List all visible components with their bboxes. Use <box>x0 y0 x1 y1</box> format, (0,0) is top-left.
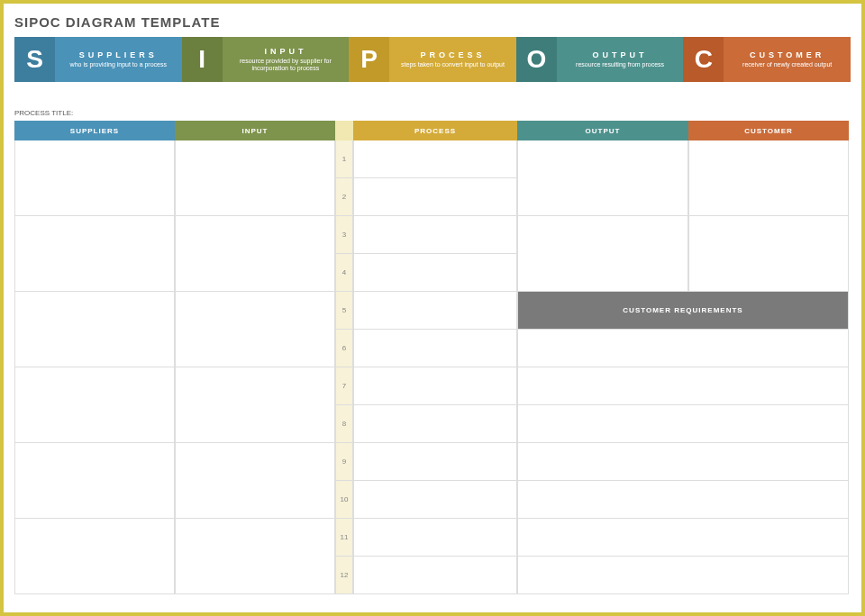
label-process: PROCESS steps taken to convert input to … <box>389 37 516 82</box>
requirements-cell[interactable] <box>517 367 849 405</box>
row-number: 11 <box>335 519 353 557</box>
suppliers-cell[interactable] <box>14 519 175 557</box>
suppliers-cell[interactable] <box>14 405 175 443</box>
process-cell[interactable] <box>353 481 517 519</box>
requirements-cell[interactable] <box>517 405 849 443</box>
process-title-label: PROCESS TITLE: <box>14 109 851 117</box>
customer-cell[interactable] <box>688 216 849 254</box>
process-cell[interactable] <box>353 178 517 216</box>
process-cell[interactable] <box>353 443 517 481</box>
label-input: INPUT resource provided by supplier for … <box>223 37 350 82</box>
requirements-cell[interactable] <box>517 481 849 519</box>
table-row: 10 <box>14 481 851 519</box>
input-cell[interactable] <box>175 292 335 330</box>
input-cell[interactable] <box>175 254 335 292</box>
suppliers-cell[interactable] <box>14 330 175 367</box>
suppliers-cell[interactable] <box>14 481 175 519</box>
input-cell[interactable] <box>175 443 335 481</box>
output-cell[interactable] <box>517 216 688 254</box>
header-input: I INPUT resource provided by supplier fo… <box>182 37 350 82</box>
input-cell[interactable] <box>175 405 335 443</box>
process-cell[interactable] <box>353 557 517 594</box>
header-customer: C CUSTOMER receiver of newly created out… <box>683 37 851 82</box>
customer-cell[interactable] <box>688 178 849 216</box>
process-cell[interactable] <box>353 292 517 330</box>
col-header-num <box>335 121 353 140</box>
table-row: 11 <box>14 519 851 557</box>
input-cell[interactable] <box>175 481 335 519</box>
row-number: 2 <box>335 178 353 216</box>
col-header-suppliers: SUPPLIERS <box>14 121 175 140</box>
header-process: P PROCESS steps taken to convert input t… <box>349 37 516 82</box>
row-number: 6 <box>335 330 353 367</box>
process-cell[interactable] <box>353 330 517 367</box>
table-row: 1 <box>14 140 851 178</box>
process-cell[interactable] <box>353 519 517 557</box>
requirements-cell[interactable] <box>517 557 849 594</box>
suppliers-title: SUPPLIERS <box>79 50 158 59</box>
table-row: 9 <box>14 443 851 481</box>
table-row: 4 <box>14 254 851 292</box>
requirements-cell[interactable] <box>517 330 849 367</box>
row-number: 4 <box>335 254 353 292</box>
input-cell[interactable] <box>175 216 335 254</box>
row-number: 3 <box>335 216 353 254</box>
output-cell[interactable] <box>517 178 688 216</box>
letter-o: O <box>516 37 557 82</box>
sipoc-header-row: S SUPPLIERS who is providing input to a … <box>14 37 851 82</box>
customer-requirements-header: CUSTOMER REQUIREMENTS <box>517 292 849 330</box>
requirements-cell[interactable] <box>517 443 849 481</box>
input-cell[interactable] <box>175 330 335 367</box>
header-output: O OUTPUT resource resulting from process <box>516 37 684 82</box>
input-cell[interactable] <box>175 140 335 178</box>
label-output: OUTPUT resource resulting from process <box>557 37 684 82</box>
col-header-output: OUTPUT <box>517 121 688 140</box>
suppliers-cell[interactable] <box>14 254 175 292</box>
process-cell[interactable] <box>353 216 517 254</box>
table-row: 8 <box>14 405 851 443</box>
suppliers-cell[interactable] <box>14 443 175 481</box>
table-row: 2 <box>14 178 851 216</box>
customer-title: CUSTOMER <box>750 50 824 59</box>
input-cell[interactable] <box>175 367 335 405</box>
column-headers: SUPPLIERS INPUT PROCESS OUTPUT CUSTOMER <box>14 121 851 140</box>
output-cell[interactable] <box>517 140 688 178</box>
customer-cell[interactable] <box>688 254 849 292</box>
customer-desc: receiver of newly created output <box>742 61 832 68</box>
output-title: OUTPUT <box>593 50 648 59</box>
process-cell[interactable] <box>353 254 517 292</box>
input-cell[interactable] <box>175 519 335 557</box>
input-cell[interactable] <box>175 557 335 594</box>
table-row: 3 <box>14 216 851 254</box>
row-number: 12 <box>335 557 353 594</box>
row-number: 10 <box>335 481 353 519</box>
requirements-cell[interactable] <box>517 519 849 557</box>
sipoc-table: SUPPLIERS INPUT PROCESS OUTPUT CUSTOMER … <box>14 121 851 594</box>
process-title-h: PROCESS <box>420 50 485 59</box>
letter-c: C <box>683 37 724 82</box>
process-cell[interactable] <box>353 367 517 405</box>
suppliers-cell[interactable] <box>14 178 175 216</box>
row-number: 8 <box>335 405 353 443</box>
suppliers-cell[interactable] <box>14 367 175 405</box>
row-number: 1 <box>335 140 353 178</box>
input-cell[interactable] <box>175 178 335 216</box>
table-row: 5 CUSTOMER REQUIREMENTS <box>14 292 851 330</box>
row-number: 9 <box>335 443 353 481</box>
suppliers-cell[interactable] <box>14 292 175 330</box>
table-body: 1 2 3 4 <box>14 140 851 594</box>
suppliers-cell[interactable] <box>14 557 175 594</box>
row-number: 7 <box>335 367 353 405</box>
table-row: 12 <box>14 557 851 594</box>
suppliers-cell[interactable] <box>14 140 175 178</box>
customer-cell[interactable] <box>688 140 849 178</box>
process-cell[interactable] <box>353 140 517 178</box>
row-number: 5 <box>335 292 353 330</box>
col-header-input: INPUT <box>175 121 335 140</box>
header-suppliers: S SUPPLIERS who is providing input to a … <box>14 37 182 82</box>
suppliers-cell[interactable] <box>14 216 175 254</box>
label-suppliers: SUPPLIERS who is providing input to a pr… <box>55 37 182 82</box>
letter-s: S <box>14 37 55 82</box>
output-cell[interactable] <box>517 254 688 292</box>
process-cell[interactable] <box>353 405 517 443</box>
